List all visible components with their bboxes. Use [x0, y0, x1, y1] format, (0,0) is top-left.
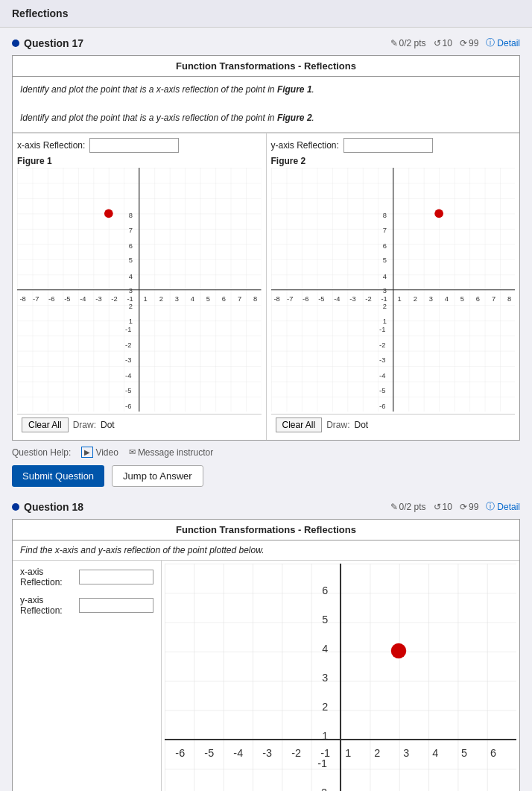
detail-link[interactable]: ⓘ Detail [486, 37, 520, 49]
question-18-header: Question 18 ✎ 0/2 pts ↺ 10 ⟳ 99 ⓘ Detail [12, 500, 520, 513]
question-18-title: Question 18 [12, 501, 83, 513]
svg-text:4: 4 [444, 295, 448, 303]
svg-text:7: 7 [238, 295, 241, 303]
figure1-clear-btn[interactable]: Clear All [22, 417, 69, 432]
svg-text:-8: -8 [20, 295, 26, 303]
q18-body: x-axis Reflection: y-axis Reflection: [13, 561, 519, 791]
xaxis-input[interactable] [89, 138, 179, 153]
page-header: Reflections [0, 0, 532, 28]
svg-text:1: 1 [144, 295, 148, 303]
svg-text:-3: -3 [379, 356, 385, 363]
q18-xaxis-label: x-axis Reflection: [20, 567, 75, 587]
svg-text:-2: -2 [379, 341, 385, 349]
svg-text:5: 5 [382, 256, 386, 264]
question-17-number: Question 17 [24, 37, 83, 49]
q18-inputs: x-axis Reflection: y-axis Reflection: [13, 561, 162, 791]
jump-to-answer-button[interactable]: Jump to Answer [112, 465, 203, 487]
svg-text:-6: -6 [175, 747, 185, 759]
figure1-draw-mode: Dot [101, 420, 115, 430]
q18-yaxis-label: y-axis Reflection: [20, 595, 75, 616]
svg-text:-8: -8 [273, 295, 279, 303]
svg-text:1: 1 [345, 747, 351, 759]
svg-text:-6: -6 [379, 402, 385, 409]
svg-text:-5: -5 [204, 747, 214, 759]
svg-text:-2: -2 [317, 787, 327, 791]
q18-detail-link[interactable]: ⓘ Detail [486, 500, 520, 513]
figure2-svg[interactable]: -1 -2 -3 -4 -5 -6 -7 -8 1 2 3 4 [271, 168, 516, 412]
svg-text:-2: -2 [125, 341, 131, 349]
svg-text:-1: -1 [127, 295, 133, 303]
yaxis-input[interactable] [343, 138, 433, 153]
svg-text:-4: -4 [233, 747, 243, 759]
svg-text:6: 6 [222, 295, 226, 303]
svg-text:-5: -5 [318, 295, 324, 303]
instr-line2: Identify and plot the point that is a y-… [20, 113, 314, 123]
svg-text:2: 2 [382, 303, 386, 310]
svg-text:7: 7 [382, 226, 386, 233]
question-17-meta: ✎ 0/2 pts ↺ 10 ⟳ 99 ⓘ Detail [390, 37, 520, 49]
q18-detail-label: Detail [497, 502, 520, 512]
svg-text:2: 2 [129, 303, 133, 310]
q18-instructions: Find the x-axis and y-axis reflection of… [13, 541, 519, 561]
svg-text:3: 3 [382, 287, 386, 294]
svg-text:3: 3 [428, 295, 432, 303]
q18-yaxis-input[interactable] [79, 598, 153, 613]
question-18-box: Function Transformations - Reflections F… [12, 519, 520, 791]
submissions-value: 99 [469, 38, 478, 48]
submit-button[interactable]: Submit Question [12, 465, 104, 487]
message-instructor-link[interactable]: ✉ Message instructor [129, 447, 213, 458]
question-17-header: Question 17 ✎ 0/2 pts ↺ 10 ⟳ 99 ⓘ Detail [12, 37, 520, 49]
q18-info-icon: ⓘ [486, 500, 495, 513]
figure2-draw-label: Draw: [326, 420, 349, 430]
svg-text:-4: -4 [125, 371, 131, 379]
svg-text:1: 1 [382, 318, 386, 325]
question-17-box: Function Transformations - Reflections I… [12, 55, 520, 441]
svg-text:5: 5 [461, 747, 467, 759]
figure1-panel: x-axis Reflection: Figure 1 [13, 133, 267, 441]
figure1-svg[interactable]: -1 -2 -3 -4 -5 -6 -7 -8 1 2 3 4 [17, 168, 262, 412]
q18-tries-icon: ↺ [434, 502, 441, 512]
detail-label: Detail [497, 38, 520, 48]
figure2-controls: Clear All Draw: Dot [271, 414, 516, 435]
svg-text:8: 8 [507, 295, 510, 303]
q18-yaxis-row: y-axis Reflection: [20, 595, 153, 616]
svg-text:-4: -4 [80, 295, 86, 303]
figure2-label: Figure 2 [271, 156, 516, 166]
svg-text:-3: -3 [262, 747, 272, 759]
svg-text:-6: -6 [48, 295, 54, 303]
question-18-number: Question 18 [24, 501, 83, 513]
svg-text:3: 3 [175, 295, 179, 303]
svg-text:5: 5 [206, 295, 210, 303]
figure1-draw-label: Draw: [73, 420, 96, 430]
figure1-graph: -1 -2 -3 -4 -5 -6 -7 -8 1 2 3 4 [17, 168, 262, 415]
svg-text:8: 8 [382, 211, 386, 218]
figure1-label: Figure 1 [17, 156, 262, 166]
svg-text:8: 8 [253, 295, 257, 303]
q17-help: Question Help: ▶ Video ✉ Message instruc… [12, 447, 520, 458]
svg-text:4: 4 [129, 272, 133, 280]
q18-xaxis-input[interactable] [79, 570, 153, 584]
video-icon: ▶ [81, 447, 93, 458]
xaxis-input-row: x-axis Reflection: [17, 138, 262, 153]
question-18-block: Question 18 ✎ 0/2 pts ↺ 10 ⟳ 99 ⓘ Detail [12, 500, 520, 791]
video-link[interactable]: ▶ Video [81, 447, 118, 458]
question-18-dot [12, 503, 19, 511]
question-18-meta: ✎ 0/2 pts ↺ 10 ⟳ 99 ⓘ Detail [390, 500, 520, 513]
svg-text:7: 7 [129, 226, 133, 233]
svg-text:-2: -2 [365, 295, 371, 303]
figure2-clear-btn[interactable]: Clear All [276, 417, 323, 432]
svg-text:-3: -3 [349, 295, 355, 303]
q17-action-buttons: Submit Question Jump to Answer [12, 465, 520, 487]
submissions-icon: ⟳ [460, 38, 467, 48]
svg-text:-1: -1 [381, 295, 387, 303]
q18-tries-meta: ↺ 10 [434, 502, 452, 512]
figure2-graph: -1 -2 -3 -4 -5 -6 -7 -8 1 2 3 4 [271, 168, 516, 415]
q18-svg[interactable]: -1 -2 -3 -4 -5 -6 1 2 3 4 5 6 6 [165, 564, 516, 791]
svg-text:-1: -1 [379, 325, 385, 333]
q18-xaxis-row: x-axis Reflection: [20, 567, 153, 587]
svg-text:5: 5 [129, 256, 133, 264]
svg-text:6: 6 [382, 242, 386, 249]
tries-meta: ↺ 10 [434, 38, 452, 48]
pts-value: 0/2 pts [399, 38, 426, 48]
figure2-dot [434, 209, 443, 218]
